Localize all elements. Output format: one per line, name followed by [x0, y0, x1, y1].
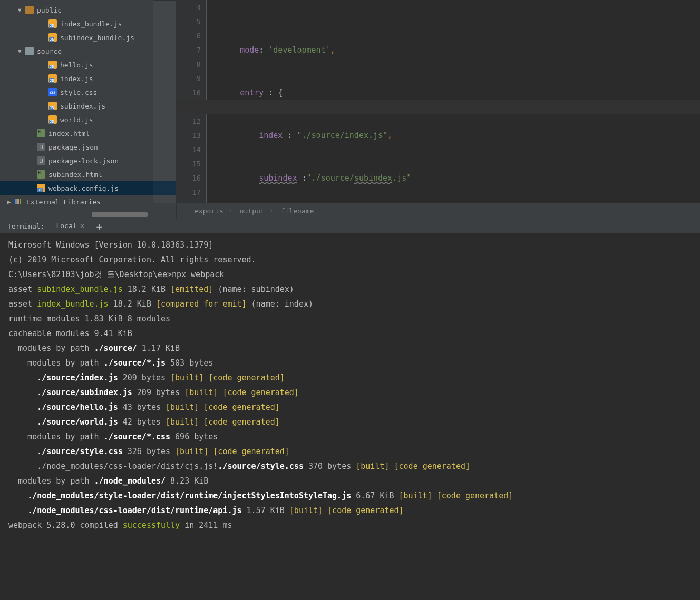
terminal-line: ./source/index.js 209 bytes [built] [cod… — [8, 370, 692, 385]
terminal-line: (c) 2019 Microsoft Corporation. All righ… — [8, 252, 692, 267]
breadcrumb-item[interactable]: output — [240, 207, 265, 215]
add-terminal-button[interactable]: + — [96, 221, 102, 232]
caret-icon[interactable]: ▼ — [18, 48, 24, 55]
file-item[interactable]: hello.js — [0, 58, 176, 72]
tree-item-label: index.js — [60, 75, 93, 83]
terminal-line: cacheable modules 9.41 KiB — [8, 326, 692, 341]
js-icon — [48, 74, 57, 83]
caret-icon[interactable]: ▶ — [7, 199, 14, 205]
terminal-line: C:\Users\82103\job것 들\Desktop\ee>npx web… — [8, 267, 692, 282]
terminal-line: webpack 5.28.0 compiled successfully in … — [8, 518, 692, 533]
terminal-line: ./source/subindex.js 209 bytes [built] [… — [8, 385, 692, 400]
tree-item-label: hello.js — [60, 61, 93, 69]
terminal-header: Terminal: Local × + — [0, 219, 700, 233]
file-item[interactable]: webpack.config.js — [0, 181, 176, 195]
terminal-line: Microsoft Windows [Version 10.0.18363.13… — [8, 238, 692, 252]
js-icon — [48, 115, 57, 124]
folder-item[interactable]: ▼source — [0, 44, 176, 58]
breadcrumb-item[interactable]: exports — [195, 207, 223, 215]
svg-rect-1 — [17, 199, 19, 204]
terminal-output[interactable]: Microsoft Windows [Version 10.0.18363.13… — [0, 233, 700, 600]
js-icon — [48, 102, 57, 110]
terminal-line: modules by path ./source/*.css 696 bytes — [8, 429, 692, 444]
terminal-line: modules by path ./node_modules/ 8.23 KiB — [8, 474, 692, 488]
file-item[interactable]: package.json — [0, 140, 176, 154]
lib-icon — [15, 198, 23, 206]
tree-item-label: package-lock.json — [48, 157, 119, 165]
json-icon — [37, 156, 45, 165]
sidebar-scrollbar[interactable] — [0, 212, 148, 217]
caret-icon[interactable]: ▼ — [18, 7, 24, 14]
file-item[interactable]: subindex_bundle.js — [0, 31, 176, 44]
tree-item-label: subindex.js — [60, 102, 105, 110]
tree-item-label: webpack.config.js — [48, 184, 119, 192]
breadcrumb[interactable]: exports 〉 output 〉 filename — [177, 203, 700, 219]
terminal-line: modules by path ./source/*.js 503 bytes — [8, 356, 692, 370]
file-item[interactable]: subindex.html — [0, 168, 176, 181]
tree-item-label: world.js — [60, 116, 93, 124]
file-item[interactable]: world.js — [0, 113, 176, 126]
tree-item-label: public — [37, 6, 62, 14]
svg-rect-0 — [15, 199, 17, 204]
tree-item-label: index_bundle.js — [60, 20, 122, 28]
tree-item-label: External Libraries — [26, 198, 101, 206]
terminal-tab[interactable]: Local × — [53, 219, 88, 234]
file-item[interactable]: ▶External Libraries — [0, 195, 176, 209]
file-item[interactable]: style.css — [0, 85, 176, 99]
tree-item-label: index.html — [48, 130, 90, 137]
terminal-label: Terminal: — [7, 222, 44, 230]
terminal-line: ./source/hello.js 43 bytes [built] [code… — [8, 400, 692, 415]
tree-item-label: subindex.html — [48, 171, 102, 179]
chevron-right-icon: 〉 — [270, 207, 276, 215]
breadcrumb-item[interactable]: filename — [281, 207, 314, 215]
css-icon — [48, 88, 57, 96]
terminal-line: runtime modules 1.83 KiB 8 modules — [8, 311, 692, 326]
chevron-right-icon: 〉 — [229, 207, 235, 215]
file-item[interactable]: index_bundle.js — [0, 17, 176, 31]
tree-item-label: subindex_bundle.js — [60, 34, 134, 42]
file-item[interactable]: index.html — [0, 126, 176, 140]
svg-rect-2 — [20, 199, 21, 204]
terminal-line: asset index_bundle.js 18.2 KiB [compared… — [8, 297, 692, 311]
close-icon[interactable]: × — [80, 221, 85, 231]
json-icon — [37, 143, 45, 151]
html-icon — [37, 170, 45, 179]
tree-item-label: style.css — [60, 88, 97, 96]
tree-item-label: package.json — [48, 143, 98, 151]
terminal-line: modules by path ./source/ 1.17 KiB — [8, 341, 692, 356]
terminal-line: ./source/world.js 42 bytes [built] [code… — [8, 415, 692, 429]
terminal-line: asset subindex_bundle.js 18.2 KiB [emitt… — [8, 282, 692, 297]
js-icon — [48, 61, 57, 69]
code-editor[interactable]: 4567891011121314151617 mode: 'developmen… — [177, 0, 700, 219]
project-sidebar[interactable]: ▼publicindex_bundle.jssubindex_bundle.js… — [0, 0, 177, 219]
current-line-highlight — [177, 100, 700, 114]
js-icon — [37, 184, 45, 192]
folder-gray-icon — [25, 47, 34, 55]
file-item[interactable]: index.js — [0, 72, 176, 85]
file-item[interactable]: package-lock.json — [0, 154, 176, 168]
minimap-overlay — [153, 0, 177, 203]
folder-icon — [25, 6, 34, 14]
terminal-line: ./source/style.css 326 bytes [built] [co… — [8, 444, 692, 459]
folder-item[interactable]: ▼public — [0, 3, 176, 17]
terminal-line: ./node_modules/css-loader/dist/cjs.js!./… — [8, 459, 692, 474]
terminal-line: ./node_modules/style-loader/dist/runtime… — [8, 488, 692, 503]
js-icon — [48, 33, 57, 42]
js-icon — [48, 19, 57, 28]
html-icon — [37, 129, 45, 137]
tree-item-label: source — [37, 47, 62, 55]
terminal-line: ./node_modules/css-loader/dist/runtime/a… — [8, 503, 692, 518]
file-item[interactable]: subindex.js — [0, 99, 176, 113]
